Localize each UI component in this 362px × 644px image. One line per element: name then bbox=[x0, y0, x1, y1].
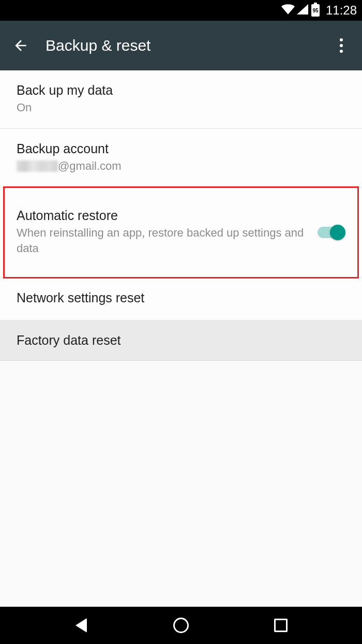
setting-subtitle: @gmail.com bbox=[17, 158, 345, 174]
network-settings-reset-item[interactable]: Network settings reset bbox=[0, 278, 362, 320]
battery-icon: 95 bbox=[311, 4, 320, 17]
setting-title: Backup account bbox=[17, 141, 345, 156]
status-icons: 95 11:28 bbox=[281, 3, 357, 18]
setting-title: Network settings reset bbox=[17, 290, 345, 305]
nav-back-button[interactable] bbox=[69, 613, 94, 638]
email-suffix: @gmail.com bbox=[58, 158, 122, 174]
square-recent-icon bbox=[274, 619, 288, 632]
wifi-icon bbox=[281, 4, 295, 17]
more-vert-icon bbox=[340, 38, 343, 53]
factory-data-reset-item[interactable]: Factory data reset bbox=[0, 320, 362, 361]
backup-my-data-item[interactable]: Back up my data On bbox=[0, 70, 362, 129]
redacted-email-prefix bbox=[17, 160, 58, 172]
backup-account-item[interactable]: Backup account @gmail.com bbox=[0, 129, 362, 187]
setting-title: Factory data reset bbox=[17, 333, 345, 348]
automatic-restore-item[interactable]: Automatic restore When reinstalling an a… bbox=[0, 187, 362, 279]
circle-home-icon bbox=[173, 618, 189, 633]
automatic-restore-toggle[interactable] bbox=[318, 225, 345, 240]
app-bar: Backup & reset bbox=[0, 21, 362, 70]
setting-subtitle: On bbox=[17, 100, 345, 116]
nav-recent-button[interactable] bbox=[268, 613, 293, 638]
setting-title: Automatic restore bbox=[17, 208, 307, 223]
navigation-bar bbox=[0, 607, 362, 644]
cell-signal-icon bbox=[297, 4, 308, 17]
toggle-thumb bbox=[330, 225, 345, 240]
page-title: Backup & reset bbox=[46, 37, 150, 54]
setting-title: Back up my data bbox=[17, 83, 345, 98]
more-options-button[interactable] bbox=[329, 33, 354, 58]
back-button[interactable] bbox=[8, 33, 33, 58]
battery-level: 95 bbox=[312, 8, 318, 13]
triangle-back-icon bbox=[76, 618, 87, 633]
status-bar: 95 11:28 bbox=[0, 0, 362, 21]
status-clock: 11:28 bbox=[326, 3, 357, 18]
setting-subtitle: When reinstalling an app, restore backed… bbox=[17, 225, 307, 257]
arrow-back-icon bbox=[12, 37, 29, 54]
settings-list: Back up my data On Backup account @gmail… bbox=[0, 70, 362, 361]
nav-home-button[interactable] bbox=[169, 613, 193, 638]
